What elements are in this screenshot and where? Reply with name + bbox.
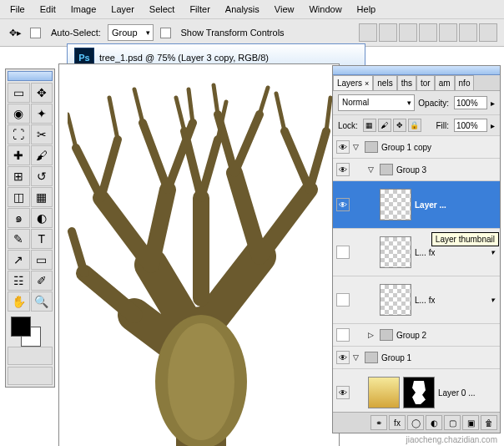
menu-help[interactable]: Help: [350, 3, 383, 16]
crop-tool-icon[interactable]: ⛶: [8, 124, 30, 144]
gradient-tool-icon[interactable]: ▦: [31, 187, 53, 207]
layer-name[interactable]: Layer 0 ...: [438, 388, 475, 398]
document-canvas[interactable]: [58, 63, 340, 446]
link-layers-icon[interactable]: ⚭: [370, 415, 387, 430]
show-transform-checkbox[interactable]: [160, 28, 171, 38]
layer-row[interactable]: L... fx ▾: [333, 276, 500, 324]
marquee-tool-icon[interactable]: ▭: [8, 83, 30, 103]
layer-group-row[interactable]: ▷ Group 2: [333, 324, 500, 347]
adjustment-layer-icon[interactable]: ◐: [426, 415, 442, 430]
blend-mode-dropdown[interactable]: Normal: [338, 94, 415, 111]
visibility-eye-icon[interactable]: [336, 328, 350, 342]
stamp-tool-icon[interactable]: ⊞: [8, 166, 30, 186]
opacity-input[interactable]: [454, 96, 487, 109]
align-icon[interactable]: [459, 23, 477, 42]
align-icon[interactable]: [379, 23, 397, 42]
shape-tool-icon[interactable]: ▭: [31, 250, 53, 270]
layer-style-icon[interactable]: fx: [389, 415, 406, 430]
layer-thumbnail[interactable]: [380, 189, 411, 220]
lock-all-icon[interactable]: 🔒: [408, 119, 421, 132]
layer-thumbnail[interactable]: [380, 284, 411, 316]
eyedropper-tool-icon[interactable]: ✐: [31, 271, 53, 291]
align-icon[interactable]: [399, 23, 417, 42]
layer-thumbnail[interactable]: [380, 236, 411, 268]
lock-position-icon[interactable]: ✥: [393, 119, 406, 132]
layer-name[interactable]: Group 2: [396, 331, 426, 340]
visibility-eye-icon[interactable]: 👁: [336, 386, 350, 399]
color-swatches[interactable]: [8, 315, 53, 345]
visibility-eye-icon[interactable]: [336, 246, 350, 259]
layer-name[interactable]: Group 3: [396, 165, 426, 175]
slice-tool-icon[interactable]: ✂: [31, 124, 53, 144]
menu-image[interactable]: Image: [64, 3, 103, 16]
layer-name[interactable]: L... fx: [415, 296, 435, 305]
align-icon[interactable]: [439, 23, 457, 42]
menu-view[interactable]: View: [268, 3, 301, 16]
type-tool-icon[interactable]: T: [31, 229, 53, 249]
tab-layers[interactable]: Layers×: [333, 75, 373, 90]
layer-name[interactable]: Group 1 copy: [381, 143, 431, 152]
layer-row[interactable]: 👁 Layer 0 ...: [333, 369, 500, 412]
fill-input[interactable]: [454, 119, 487, 132]
align-icon[interactable]: [359, 23, 377, 42]
menu-edit[interactable]: Edit: [33, 3, 63, 16]
layer-thumbnail[interactable]: [368, 377, 400, 408]
menu-select[interactable]: Select: [143, 3, 182, 16]
layer-row-selected[interactable]: 👁 Layer ...: [333, 181, 500, 229]
eraser-tool-icon[interactable]: ◫: [8, 187, 30, 207]
move-tool-icon[interactable]: ✥: [31, 83, 53, 103]
menu-filter[interactable]: Filter: [183, 3, 216, 16]
menu-analysis[interactable]: Analysis: [219, 3, 266, 16]
fx-icon[interactable]: ▾: [491, 296, 495, 304]
brush-tool-icon[interactable]: 🖌: [31, 145, 53, 165]
menu-window[interactable]: Window: [302, 3, 348, 16]
tab-tor[interactable]: tor: [416, 75, 435, 90]
wand-tool-icon[interactable]: ✦: [31, 104, 53, 124]
twisty-icon[interactable]: ▽: [353, 143, 361, 151]
new-layer-icon[interactable]: ▣: [462, 415, 479, 430]
foreground-color-swatch[interactable]: [11, 317, 31, 337]
toolbox-header[interactable]: [8, 71, 53, 81]
history-brush-tool-icon[interactable]: ↺: [31, 166, 53, 186]
chevron-right-icon[interactable]: ▸: [491, 99, 495, 108]
tab-info[interactable]: nfo: [455, 75, 475, 90]
visibility-eye-icon[interactable]: 👁: [336, 351, 350, 364]
menu-layer[interactable]: Layer: [104, 3, 141, 16]
tab-am[interactable]: am: [435, 75, 455, 90]
lock-pixels-icon[interactable]: 🖌: [378, 119, 391, 132]
quickmask-toggle[interactable]: [8, 347, 53, 365]
auto-select-dropdown[interactable]: Group: [108, 24, 154, 41]
layer-group-row[interactable]: 👁 ▽ Group 3: [333, 159, 500, 181]
dodge-tool-icon[interactable]: ◐: [31, 208, 53, 228]
move-tool-icon[interactable]: ✥▸: [7, 24, 23, 41]
lock-transparent-icon[interactable]: ▦: [363, 119, 376, 132]
screenmode-toggle[interactable]: [8, 367, 53, 385]
delete-layer-icon[interactable]: 🗑: [481, 415, 497, 430]
visibility-eye-icon[interactable]: 👁: [336, 198, 350, 211]
auto-select-checkbox[interactable]: [30, 28, 41, 38]
heal-tool-icon[interactable]: ✚: [8, 145, 30, 165]
lasso-tool-icon[interactable]: ◉: [8, 104, 30, 124]
layer-group-row[interactable]: 👁 ▽ Group 1: [333, 347, 500, 369]
layer-group-row[interactable]: 👁 ▽ Group 1 copy: [333, 136, 500, 159]
fx-icon[interactable]: ▾: [491, 248, 495, 256]
zoom-tool-icon[interactable]: 🔍: [31, 291, 53, 312]
twisty-icon[interactable]: ▷: [368, 331, 376, 339]
tab-paths[interactable]: ths: [397, 75, 416, 90]
layer-name[interactable]: L... fx: [415, 248, 435, 257]
twisty-icon[interactable]: ▽: [368, 165, 376, 174]
twisty-icon[interactable]: ▽: [353, 353, 361, 362]
visibility-eye-icon[interactable]: 👁: [336, 163, 350, 176]
align-icon[interactable]: [419, 23, 437, 42]
pen-tool-icon[interactable]: ✎: [8, 229, 30, 249]
align-icon[interactable]: [479, 23, 497, 42]
tab-channels[interactable]: nels: [373, 75, 396, 90]
layer-name[interactable]: Group 1: [381, 353, 411, 362]
visibility-eye-icon[interactable]: [336, 293, 350, 307]
close-icon[interactable]: ×: [365, 79, 369, 88]
new-group-icon[interactable]: ▢: [444, 415, 461, 430]
layer-mask-thumbnail[interactable]: [403, 377, 435, 408]
menu-file[interactable]: File: [3, 3, 32, 16]
blur-tool-icon[interactable]: ๑: [8, 208, 30, 228]
visibility-eye-icon[interactable]: 👁: [336, 140, 350, 154]
